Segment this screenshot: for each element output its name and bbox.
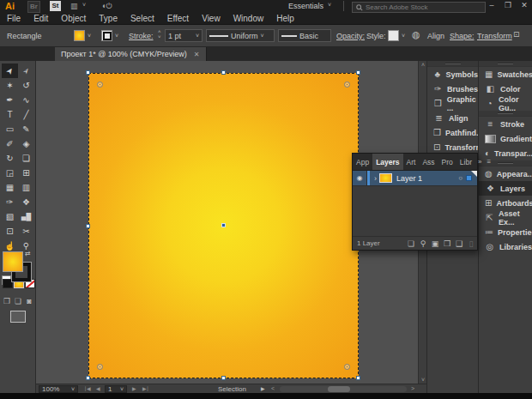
locate-object-icon[interactable]: ⚲ <box>417 239 429 248</box>
column-graph-tool[interactable]: ▄█ <box>18 209 34 224</box>
dock-item-libraries[interactable]: ◎Libraries <box>479 239 532 254</box>
corner-widget[interactable] <box>344 82 350 88</box>
dock-item-asset-export[interactable]: ⇱Asset Ex... <box>479 210 532 225</box>
style-label[interactable]: Style: <box>366 32 386 40</box>
draw-normal-icon[interactable]: ❐ <box>2 296 12 306</box>
stroke-weight-stepper[interactable]: ˄˅ <box>158 29 161 39</box>
dock-item-brushes[interactable]: ✑Brushes <box>427 82 478 96</box>
type-tool[interactable]: T <box>2 107 18 122</box>
fill-chevron-icon[interactable]: ˅ <box>88 33 91 39</box>
stock-icon[interactable]: St <box>50 1 61 11</box>
width-profile-combo[interactable]: Uniform ˅ <box>206 29 275 42</box>
stroke-link[interactable]: Stroke: <box>129 32 154 40</box>
style-swatch[interactable] <box>388 30 399 41</box>
eraser-tool[interactable]: ◈ <box>18 136 34 151</box>
share-icon[interactable]: ◖⏻ <box>101 2 112 11</box>
draw-behind-icon[interactable]: ❏ <box>13 296 23 306</box>
artboard-number-combo[interactable]: 1 ˅ <box>105 385 127 393</box>
menu-select[interactable]: Select <box>130 14 154 23</box>
swap-fill-stroke-icon[interactable]: ⇄ <box>25 250 31 257</box>
corner-widget[interactable] <box>344 364 350 370</box>
menu-object[interactable]: Object <box>61 14 86 23</box>
shaper-tool[interactable]: ✐ <box>2 136 18 151</box>
selection-handle[interactable] <box>356 70 360 75</box>
isolate-icon[interactable]: ⊡ <box>513 30 520 39</box>
dock-item-gradient[interactable]: Gradient <box>479 131 532 146</box>
corner-widget[interactable] <box>97 364 103 370</box>
dock-item-color-guide[interactable]: ◔Color Gu... <box>479 96 532 111</box>
new-sublayer-icon[interactable]: ❒ <box>441 239 453 248</box>
layer-thumbnail[interactable] <box>379 173 392 183</box>
selection-handle[interactable] <box>86 376 90 380</box>
brush-definition-combo[interactable]: Basic <box>278 29 331 42</box>
menu-type[interactable]: Type <box>99 14 118 23</box>
disclosure-icon[interactable]: › <box>374 174 377 183</box>
selection-handle[interactable] <box>356 376 360 380</box>
panel-menu-icon[interactable]: ≡ <box>484 154 493 170</box>
target-circle-icon[interactable]: ○ <box>458 174 462 182</box>
dock-grip[interactable] <box>427 61 478 67</box>
delete-layer-icon[interactable]: ▯ <box>465 239 477 248</box>
restore-button[interactable]: ❐ <box>502 1 514 9</box>
bridge-icon[interactable]: Br <box>27 1 40 13</box>
rotate-tool[interactable]: ↻ <box>2 151 18 166</box>
slice-tool[interactable]: ✂ <box>18 224 34 239</box>
selection-handle[interactable] <box>86 224 90 228</box>
selection-handle[interactable] <box>86 70 90 75</box>
visibility-eye-icon[interactable]: ◉ <box>353 171 367 185</box>
stroke-chevron-icon[interactable]: ˅ <box>115 33 118 39</box>
dock-grip[interactable] <box>479 61 532 67</box>
menu-help[interactable]: Help <box>276 14 294 23</box>
artboard-tool[interactable]: ⊡ <box>2 224 18 239</box>
first-artboard-icon[interactable]: ∣◀ <box>84 385 91 391</box>
tab-layers[interactable]: Layers <box>372 154 402 170</box>
corner-widget[interactable] <box>97 82 103 88</box>
stock-search-field[interactable]: Search Adobe Stock <box>352 2 486 13</box>
scroll-up-icon[interactable]: ˄ <box>420 62 426 68</box>
dock-item-symbols[interactable]: ♣Symbols <box>427 67 478 82</box>
blend-tool[interactable]: ❖ <box>18 195 34 209</box>
transform-link[interactable]: Transform <box>477 32 512 40</box>
direct-selection-tool[interactable]: ➢ <box>18 63 34 78</box>
stroke-weight-chevron-icon[interactable]: ˅ <box>196 33 199 39</box>
dock-item-properties[interactable]: ≔Properties <box>479 225 532 239</box>
gradient-tool[interactable]: ▥ <box>18 180 34 195</box>
tab-close-icon[interactable]: ✕ <box>194 51 200 58</box>
layout-chevron-icon[interactable]: ˅ <box>82 2 86 8</box>
dock-item-artboards[interactable]: ⊞Artboards <box>479 196 532 210</box>
magic-wand-tool[interactable]: ✶ <box>2 78 18 93</box>
align-link[interactable]: Align <box>427 32 444 40</box>
symbol-sprayer-tool[interactable]: ▧ <box>2 209 18 224</box>
scroll-left-icon[interactable]: ˂ <box>271 385 275 391</box>
workspace-switcher[interactable]: Essentials <box>288 2 323 10</box>
rectangle-tool[interactable]: ▭ <box>2 122 18 136</box>
fill-proxy[interactable] <box>3 251 23 272</box>
minimize-button[interactable]: – <box>486 1 498 9</box>
horizontal-scrollbar[interactable] <box>280 386 407 392</box>
opacity-link[interactable]: Opacity: <box>336 32 365 40</box>
collect-for-export-icon[interactable]: ❏ <box>405 239 417 248</box>
draw-inside-icon[interactable]: ◙ <box>24 296 34 306</box>
document-tab[interactable]: Проект 1* @ 100% (CMYK/Preview) ✕ <box>55 47 207 61</box>
selection-handle[interactable] <box>221 70 226 75</box>
shape-link[interactable]: Shape: <box>450 32 475 40</box>
selection-handle[interactable] <box>221 376 226 380</box>
layout-icon[interactable]: ▥ <box>70 2 78 10</box>
dock-item-swatches[interactable]: ▦Swatches <box>479 67 532 82</box>
screen-mode-button[interactable] <box>10 311 26 323</box>
selection-tool[interactable]: ➤ <box>2 63 18 78</box>
curvature-tool[interactable]: ∿ <box>18 93 34 107</box>
stroke-swatch[interactable] <box>101 30 112 41</box>
gradient-rectangle-artwork[interactable] <box>88 73 359 378</box>
scroll-right-icon[interactable]: ˃ <box>411 385 414 391</box>
tab-properties[interactable]: Pro <box>438 154 456 170</box>
next-artboard-icon[interactable]: ▶ <box>132 385 136 391</box>
stepper-down-icon[interactable]: ˅ <box>158 34 161 39</box>
workspace-chevron-icon[interactable]: ˅ <box>328 2 331 8</box>
menu-effect[interactable]: Effect <box>167 14 189 23</box>
recolor-artwork-icon[interactable]: ◍ <box>412 29 420 40</box>
menu-view[interactable]: View <box>202 14 221 23</box>
menu-window[interactable]: Window <box>233 14 264 23</box>
paintbrush-tool[interactable]: ✎ <box>18 122 34 136</box>
clipping-mask-icon[interactable]: ▣ <box>429 239 441 248</box>
